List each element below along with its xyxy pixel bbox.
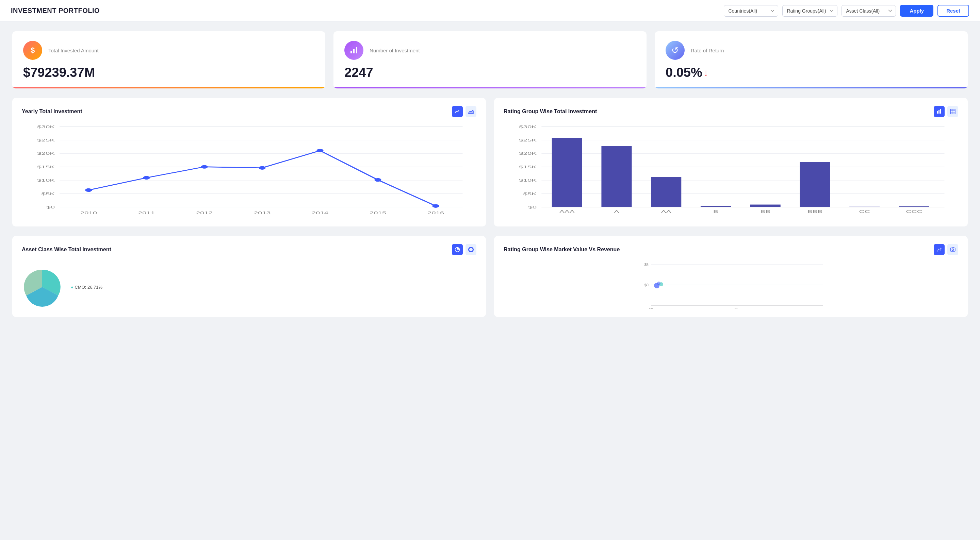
svg-text:$10K: $10K	[37, 178, 55, 183]
svg-rect-54	[651, 177, 681, 207]
line-chart-toggle[interactable]	[452, 106, 463, 117]
donut-chart-toggle[interactable]	[466, 244, 476, 255]
svg-rect-34	[950, 109, 955, 114]
rating-bar-chart: $30K $25K $20K $15K $10K $5K $0	[504, 123, 958, 218]
bar-chart-toggle[interactable]	[934, 106, 945, 117]
svg-text:$25K: $25K	[519, 138, 537, 143]
svg-text:2012: 2012	[196, 211, 213, 215]
svg-point-74	[940, 249, 941, 251]
scatter-chart-area: $5 $0 $0 $5	[504, 261, 958, 309]
svg-rect-52	[552, 138, 582, 207]
svg-text:2014: 2014	[312, 211, 329, 215]
return-value: 0.05% ↓	[666, 65, 957, 87]
number-label: Number of Investment	[369, 48, 420, 53]
svg-text:$25K: $25K	[37, 138, 55, 143]
svg-text:$5: $5	[735, 307, 739, 309]
market-value-panel: Rating Group Wise Market Value Vs Revenu…	[494, 236, 968, 317]
svg-rect-32	[939, 110, 940, 114]
rating-chart-actions	[934, 106, 958, 117]
rating-groups-filter[interactable]: Rating Groups(All)	[782, 5, 837, 17]
asset-class-panel: Asset Class Wise Total Investment	[12, 236, 486, 317]
svg-point-77	[952, 249, 954, 251]
svg-point-73	[939, 249, 940, 250]
svg-text:$0: $0	[649, 307, 653, 309]
svg-text:$5K: $5K	[41, 191, 55, 196]
svg-rect-53	[601, 146, 632, 207]
pie-chart-toggle[interactable]	[452, 244, 463, 255]
invested-value: $79239.37M	[23, 65, 314, 87]
svg-rect-56	[750, 205, 781, 207]
kpi-row: $ Total Invested Amount $79239.37M Numbe…	[12, 31, 968, 88]
return-bar	[655, 87, 968, 88]
main-content: $ Total Invested Amount $79239.37M Numbe…	[0, 22, 980, 326]
scatter-chart-toggle[interactable]	[934, 244, 945, 255]
svg-text:2013: 2013	[254, 211, 271, 215]
number-value: 2247	[344, 65, 636, 87]
countries-filter[interactable]: Countries(All)	[724, 5, 778, 17]
invested-icon: $	[23, 41, 42, 60]
svg-point-24	[85, 188, 92, 192]
svg-text:$30K: $30K	[519, 124, 537, 129]
svg-point-75	[940, 248, 942, 249]
svg-text:$0: $0	[644, 283, 649, 287]
invested-bar	[12, 87, 325, 88]
kpi-card-number: Number of Investment 2247	[334, 31, 646, 88]
svg-text:$5K: $5K	[523, 191, 537, 196]
svg-text:BBB: BBB	[808, 210, 823, 214]
number-icon	[344, 41, 363, 60]
svg-text:BB: BB	[760, 210, 770, 214]
svg-point-26	[201, 165, 208, 168]
yearly-line-chart: $30K $25K $20K $15K $10K $5K $0 2010 201…	[22, 123, 476, 218]
svg-text:CCC: CCC	[906, 210, 923, 214]
svg-point-72	[937, 251, 939, 252]
page-title: INVESTMENT PORTFOLIO	[11, 7, 718, 14]
svg-point-30	[432, 204, 439, 208]
svg-point-27	[259, 166, 266, 170]
return-label: Rate of Return	[691, 48, 724, 53]
svg-text:$0: $0	[46, 205, 55, 210]
svg-text:B: B	[713, 210, 718, 214]
svg-point-29	[374, 178, 381, 182]
kpi-card-return: ↺ Rate of Return 0.05% ↓	[655, 31, 968, 88]
asset-class-filter[interactable]: Asset Class(All)	[842, 5, 896, 17]
bottom-charts-row: Asset Class Wise Total Investment	[12, 236, 968, 317]
svg-text:CC: CC	[859, 210, 870, 214]
svg-point-25	[143, 176, 150, 179]
header: INVESTMENT PORTFOLIO Countries(All) Rati…	[0, 0, 980, 22]
svg-text:2010: 2010	[80, 211, 97, 215]
svg-text:2016: 2016	[427, 211, 444, 215]
svg-text:A: A	[614, 210, 619, 214]
rating-chart-svg: $30K $25K $20K $15K $10K $5K $0	[504, 123, 958, 218]
asset-class-actions	[452, 244, 476, 255]
svg-rect-2	[356, 47, 357, 53]
svg-text:$30K: $30K	[37, 124, 55, 129]
return-icon: ↺	[666, 41, 685, 60]
svg-rect-76	[950, 248, 955, 251]
yearly-chart-title: Yearly Total Investment	[22, 108, 82, 114]
svg-text:$10K: $10K	[519, 178, 537, 183]
svg-rect-31	[937, 111, 938, 114]
asset-class-title: Asset Class Wise Total Investment	[22, 246, 111, 253]
pie-chart-svg	[22, 267, 63, 307]
camera-chart-toggle[interactable]	[947, 244, 958, 255]
table-chart-toggle[interactable]	[947, 106, 958, 117]
svg-point-28	[317, 149, 323, 152]
svg-text:$15K: $15K	[37, 165, 55, 169]
yearly-investment-panel: Yearly Total Investment	[12, 98, 486, 227]
number-bar	[334, 87, 646, 88]
apply-button[interactable]: Apply	[900, 5, 933, 17]
svg-rect-33	[940, 109, 941, 114]
reset-button[interactable]: Reset	[937, 5, 969, 17]
asset-class-chart-area: ● CMO: 26.71%	[22, 261, 476, 307]
charts-row-1: Yearly Total Investment	[12, 98, 968, 227]
svg-text:AA: AA	[661, 210, 671, 214]
scatter-chart-svg: $5 $0 $0 $5	[504, 261, 958, 309]
yearly-chart-svg: $30K $25K $20K $15K $10K $5K $0 2010 201…	[22, 123, 476, 218]
pie-legend-item: ● CMO: 26.71%	[71, 284, 102, 290]
market-value-title: Rating Group Wise Market Value Vs Revenu…	[504, 246, 620, 253]
invested-label: Total Invested Amount	[48, 48, 99, 53]
rating-group-panel: Rating Group Wise Total Investment	[494, 98, 968, 227]
svg-text:$0: $0	[528, 205, 537, 210]
svg-text:$20K: $20K	[37, 151, 55, 156]
area-chart-toggle[interactable]	[466, 106, 476, 117]
